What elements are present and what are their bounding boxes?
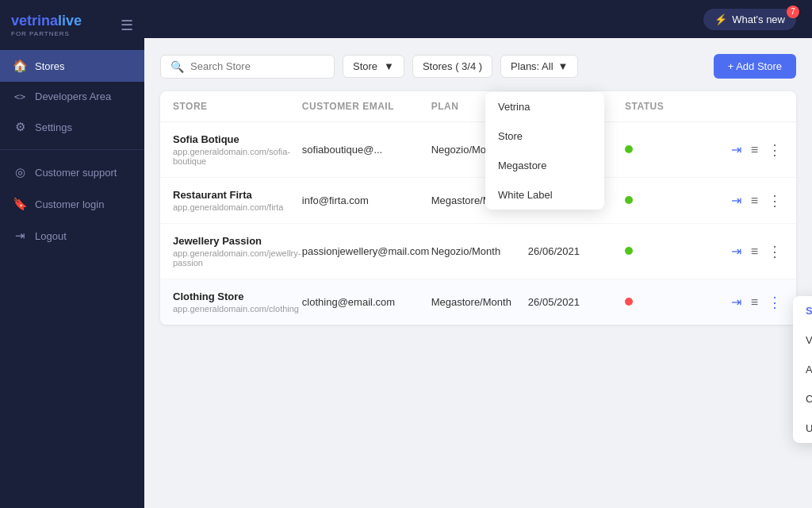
logo-accent: live — [58, 13, 82, 29]
list-icon[interactable]: ≡ — [749, 141, 760, 159]
store-email: info@firta.com — [302, 194, 431, 206]
logout-icon: ⇥ — [13, 229, 27, 243]
sidebar-item-customer-login-label: Customer login — [35, 198, 104, 210]
store-name: Restaurant Firta — [173, 189, 302, 201]
sidebar-item-customer-support[interactable]: ◎ Customer support — [0, 156, 144, 188]
table-row: Clothing Store app.generaldomain.com/clo… — [160, 279, 796, 325]
row-actions: ⇥ ≡ ⋮ — [688, 190, 783, 211]
sidebar-item-logout[interactable]: ⇥ Logout — [0, 220, 144, 252]
topbar: ⚡ What's new 7 — [144, 0, 812, 38]
store-info: Sofia Botique app.generaldomain.com/sofi… — [173, 133, 302, 166]
sidebar-item-stores-label: Stores — [35, 60, 65, 72]
store-info: Restaurant Firta app.generaldomain.com/f… — [173, 189, 302, 212]
store-plan: Negozio/Month — [431, 245, 528, 257]
context-menu-view-orders[interactable]: View Orders — [793, 325, 812, 355]
sidebar: vetrinalive FOR PARTNERS ☰ 🏠 Stores <> D… — [0, 0, 144, 508]
store-name: Sofia Botique — [173, 133, 302, 145]
plans-filter-dropdown[interactable]: Plans: All ▼ — [500, 55, 578, 78]
more-options-icon[interactable]: ⋮ — [766, 190, 783, 211]
whats-new-label: What's new — [732, 13, 785, 25]
search-icon: 🔍 — [170, 60, 184, 73]
more-options-icon[interactable]: ⋮ — [766, 241, 783, 262]
row-actions: ⇥ ≡ ⋮ — [688, 241, 783, 262]
status-dot-red — [625, 298, 633, 306]
store-email: clothing@email.com — [302, 296, 431, 308]
sidebar-item-settings-label: Settings — [35, 121, 72, 133]
status-dot-green — [625, 145, 633, 153]
add-store-button[interactable]: + Add Store — [714, 54, 796, 79]
sidebar-item-customer-support-label: Customer support — [35, 167, 117, 179]
table-header: Store Customer Email Plan Expiration Sta… — [160, 91, 796, 122]
content-area: 🔍 Store ▼ Stores ( 3/4 ) Plans: All ▼ + … — [144, 38, 812, 508]
store-url: app.generaldomain.com/firta — [173, 202, 302, 212]
toolbar: 🔍 Store ▼ Stores ( 3/4 ) Plans: All ▼ + … — [160, 54, 796, 79]
more-options-icon[interactable]: ⋮ — [766, 292, 783, 313]
chevron-down-icon: ▼ — [384, 60, 394, 72]
search-box[interactable]: 🔍 — [160, 55, 335, 79]
main-area: ⚡ What's new 7 🔍 Store ▼ Stores ( 3/4 ) … — [144, 0, 812, 508]
store-status — [625, 144, 688, 156]
list-icon[interactable]: ≡ — [749, 294, 760, 311]
whats-new-badge: 7 — [787, 6, 799, 18]
plans-filter-label: Plans: All — [511, 60, 553, 72]
shop-login-icon[interactable]: ⇥ — [730, 140, 743, 159]
store-name: Clothing Store — [173, 291, 302, 302]
stores-table: Store Customer Email Plan Expiration Sta… — [160, 91, 796, 325]
whats-new-button[interactable]: ⚡ What's new 7 — [703, 9, 796, 30]
store-status — [625, 194, 688, 206]
col-store: Store — [173, 101, 302, 112]
store-plan: Megastore/Month — [431, 296, 528, 308]
table-row: Restaurant Firta app.generaldomain.com/f… — [160, 178, 796, 224]
store-url: app.generaldomain.com/jewellry-passion — [173, 248, 302, 267]
store-expiration: 26/05/2021 — [528, 296, 625, 308]
shop-login-icon[interactable]: ⇥ — [730, 242, 743, 260]
store-expiration: 26/06/2021 — [528, 245, 625, 257]
store-type-dropdown-menu: Vetrina Store Megastore White Label — [485, 92, 604, 210]
context-menu-activate-now[interactable]: Activate now — [793, 355, 812, 384]
sidebar-item-stores[interactable]: 🏠 Stores — [0, 50, 144, 82]
shop-login-icon[interactable]: ⇥ — [730, 293, 743, 311]
logo-area: vetrinalive FOR PARTNERS ☰ — [0, 0, 144, 50]
sidebar-nav: 🏠 Stores <> Developers Area ⚙ Settings ◎… — [0, 50, 144, 508]
search-input[interactable] — [190, 60, 324, 72]
sidebar-item-logout-label: Logout — [35, 230, 67, 242]
add-store-label: + Add Store — [728, 60, 782, 72]
dropdown-item-vetrina[interactable]: Vetrina — [485, 92, 604, 121]
store-url: app.generaldomain.com/clothing — [173, 304, 302, 314]
code-icon: <> — [13, 91, 27, 102]
context-menu-shop-login[interactable]: Shop Login — [793, 296, 812, 325]
store-status — [625, 245, 688, 257]
row-actions: ⇥ ≡ ⋮ — [688, 140, 783, 160]
col-actions — [688, 101, 783, 112]
store-status — [625, 296, 688, 308]
store-filter-label: Store — [353, 60, 377, 72]
status-dot-green — [625, 247, 633, 255]
sidebar-item-developers[interactable]: <> Developers Area — [0, 82, 144, 111]
sidebar-item-developers-label: Developers Area — [35, 90, 111, 102]
bookmark-icon: 🔖 — [13, 197, 27, 211]
sidebar-item-settings[interactable]: ⚙ Settings — [0, 111, 144, 143]
col-email: Customer Email — [302, 101, 431, 112]
context-menu-cancel-subscription[interactable]: Cancel Subscription — [793, 384, 812, 414]
row-context-menu: Shop Login View Orders Activate now Canc… — [793, 296, 812, 443]
dropdown-item-store[interactable]: Store — [485, 121, 604, 151]
dropdown-item-megastore[interactable]: Megastore — [485, 151, 604, 180]
table-row: Jewellery Passion app.generaldomain.com/… — [160, 224, 796, 279]
col-status: Status — [625, 101, 688, 112]
list-icon[interactable]: ≡ — [749, 192, 760, 210]
shop-login-icon[interactable]: ⇥ — [730, 191, 743, 210]
store-email: sofiaboutique@... — [302, 144, 431, 156]
settings-icon: ⚙ — [13, 120, 27, 134]
status-dot-green — [625, 196, 633, 204]
logo-primary: vetrina — [11, 13, 58, 29]
row-actions: ⇥ ≡ ⋮ — [688, 292, 783, 313]
support-icon: ◎ — [13, 165, 27, 179]
store-type-dropdown-trigger[interactable]: Store ▼ — [343, 55, 404, 78]
list-icon[interactable]: ≡ — [749, 243, 760, 260]
more-options-icon[interactable]: ⋮ — [766, 140, 783, 160]
context-menu-upgrade-plan[interactable]: Upgrade Plan — [793, 414, 812, 443]
stores-count-badge: Stores ( 3/4 ) — [412, 55, 492, 78]
dropdown-item-white-label[interactable]: White Label — [485, 180, 604, 210]
sidebar-item-customer-login[interactable]: 🔖 Customer login — [0, 188, 144, 220]
hamburger-icon[interactable]: ☰ — [121, 17, 133, 34]
